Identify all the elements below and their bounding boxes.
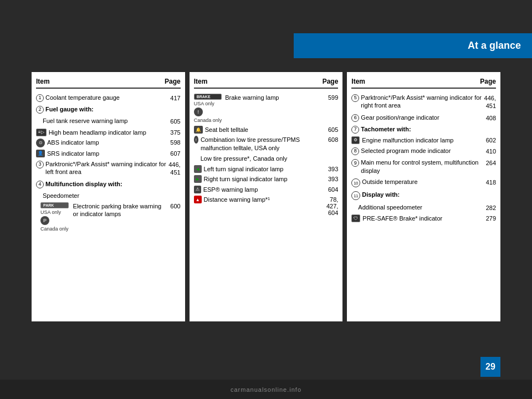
row-text: 5 Parktronic*/Park Assist* warning indic… [351, 94, 484, 110]
table-row: Additional speedometer 282 [351, 202, 496, 213]
table-row: 3 Parktronic*/Park Assist* warning indic… [36, 158, 181, 178]
table-row: ⚠ ESP® warning lamp 604 [194, 185, 339, 195]
table-row: PARK USA only P Canada only Electronic p… [36, 201, 181, 233]
table-row: ▲ Distance warning lamp*¹ 78,427,604 [194, 195, 339, 217]
left-col-page: Page [165, 78, 181, 85]
row-text: 10 Outside temperature [351, 178, 485, 187]
page-number: 29 [480, 357, 500, 377]
row-text: 4 Multifunction display with: [36, 180, 181, 188]
esp-icon: ⚠ [194, 186, 201, 193]
page-background: At a glance Item Page 1 Coolant temperat… [0, 0, 532, 399]
left-col-item: Item [36, 78, 50, 85]
header-banner: At a glance [294, 33, 532, 58]
table-row: 7 Tachometer with: [351, 124, 496, 135]
table-row: ≡▷ High beam headlamp indicator lamp 375 [36, 127, 181, 137]
headlamp-icon: ≡▷ [36, 129, 47, 136]
table-row: 👤 SRS indicator lamp 607 [36, 149, 181, 158]
tpms-icon: ! [194, 136, 198, 144]
right-header: Item Page [351, 78, 496, 89]
table-row: 8 Selected program mode indicator 410 [351, 145, 496, 157]
table-row: 2 Fuel gauge with: [36, 104, 181, 115]
left-header: Item Page [36, 78, 181, 89]
table-row: 5 Parktronic*/Park Assist* warning indic… [351, 92, 496, 112]
srs-icon: 👤 [36, 150, 45, 157]
brake-canada-icon: ! [194, 108, 203, 116]
circle-num-8: 8 [351, 147, 359, 155]
table-row: 11 Display with: [351, 189, 496, 202]
table-row: ! Combination low tire pressure/TPMS mal… [194, 135, 339, 153]
watermark-text: carmanualsonline.info [231, 386, 301, 393]
distance-icon: ▲ [194, 196, 202, 203]
circle-num-5: 5 [351, 94, 359, 102]
row-text: 6 Gear position/range indicator [351, 114, 485, 122]
park-icon: PARK [40, 202, 69, 208]
circle-num-10: 10 [351, 178, 360, 187]
row-text: 7 Tachometer with: [351, 125, 496, 134]
table-row: 🛡 PRE-SAFE® Brake* indicator 279 [351, 213, 496, 223]
table-row: Fuel tank reserve warning lamp 605 [36, 115, 181, 127]
left-signal-icon: ◄ [194, 165, 202, 173]
main-content: Item Page 1 Coolant temperature gauge 41… [32, 72, 500, 321]
watermark: carmanualsonline.info [0, 380, 532, 399]
right-col-page: Page [480, 78, 496, 85]
row-text: 11 Display with: [351, 191, 496, 200]
circle-num-4: 4 [36, 181, 44, 188]
engine-icon: ⚙ [351, 136, 360, 144]
table-row: 6 Gear position/range indicator 408 [351, 112, 496, 124]
row-text: 1 Coolant temperature gauge [36, 94, 170, 102]
row-text: 9 Main menu for control system, multifun… [351, 158, 485, 175]
seatbelt-icon: 🔔 [194, 126, 203, 134]
left-panel: Item Page 1 Coolant temperature gauge 41… [32, 72, 185, 321]
middle-col-page: Page [323, 78, 339, 85]
circle-num-11: 11 [351, 191, 360, 200]
brake-icon: BRAKE [194, 94, 222, 100]
parking-icon-canada: P [40, 216, 49, 225]
table-row: 10 Outside temperature 418 [351, 176, 496, 189]
circle-num-2: 2 [36, 106, 44, 114]
right-panel: Item Page 5 Parktronic*/Park Assist* war… [347, 72, 500, 321]
table-row: 1 Coolant temperature gauge 417 [36, 92, 181, 104]
table-row: Speedometer [36, 190, 181, 201]
middle-panel: Item Page BRAKE USA only ! Canada only B… [190, 72, 343, 321]
table-row: BRAKE USA only ! Canada only Brake warni… [194, 92, 339, 125]
circle-num-3: 3 [36, 161, 44, 168]
table-row: 9 Main menu for control system, multifun… [351, 157, 496, 176]
circle-num-1: 1 [36, 94, 44, 102]
abs-icon: ⊙ [36, 139, 45, 147]
right-col-item: Item [351, 78, 365, 85]
table-row: 🔔 Seat belt telltale 605 [194, 125, 339, 135]
table-row: ◄ Left turn signal indicator lamp 393 [194, 164, 339, 174]
row-text: 8 Selected program mode indicator [351, 147, 485, 155]
table-row: ⚙ Engine malfunction indicator lamp 602 [351, 135, 496, 145]
presafe-icon: 🛡 [351, 214, 360, 222]
circle-num-9: 9 [351, 159, 359, 167]
page-title: At a glance [468, 40, 521, 52]
table-row: 4 Multifunction display with: [36, 178, 181, 190]
table-row: Low tire pressure*, Canada only [194, 153, 339, 164]
row-text: 3 Parktronic*/Park Assist* warning indic… [36, 160, 168, 176]
circle-num-7: 7 [351, 126, 359, 134]
right-signal-icon: ► [194, 175, 202, 183]
middle-header: Item Page [194, 78, 339, 89]
table-row: ► Right turn signal indicator lamp 393 [194, 174, 339, 184]
circle-num-6: 6 [351, 114, 359, 122]
middle-col-item: Item [194, 78, 208, 85]
row-text: 2 Fuel gauge with: [36, 105, 181, 114]
table-row: ⊙ ABS indicator lamp 598 [36, 137, 181, 149]
